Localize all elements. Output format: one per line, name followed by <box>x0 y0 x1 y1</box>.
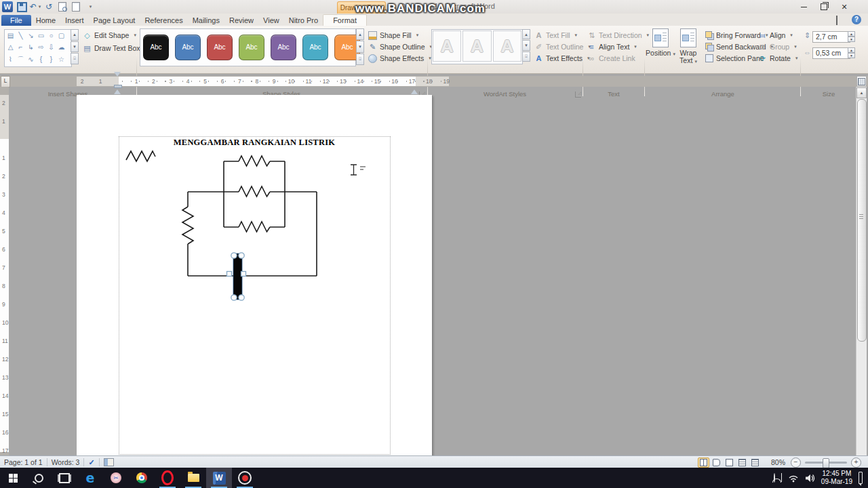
tab-page-layout[interactable]: Page Layout <box>89 15 140 26</box>
task-view-button[interactable] <box>52 468 77 488</box>
new-document-button[interactable] <box>71 1 81 12</box>
people-icon[interactable] <box>774 474 775 482</box>
resistor-symbol[interactable] <box>126 151 155 161</box>
shape-icon[interactable]: { <box>36 54 46 65</box>
full-screen-reading-view-button[interactable] <box>711 458 722 468</box>
shape-icon[interactable]: ⇨ <box>36 42 46 53</box>
tab-references[interactable]: References <box>140 15 187 26</box>
gallery-more-icon[interactable]: ⍗ <box>71 53 79 64</box>
wordart-style-item[interactable]: A <box>433 30 461 62</box>
circuit-outer-loop[interactable] <box>188 192 317 276</box>
chrome-taskbar-icon[interactable] <box>129 468 155 488</box>
shape-icon[interactable]: } <box>46 54 56 65</box>
shape-style-swatch[interactable]: Abc <box>302 35 328 60</box>
group-button[interactable]: ⧉ Group <box>758 41 797 52</box>
shape-icon[interactable]: ⇩ <box>46 42 56 53</box>
wordart-style-item[interactable]: A <box>462 30 491 62</box>
tab-selector-button[interactable]: L <box>1 76 10 87</box>
shape-icon[interactable]: ☆ <box>56 54 66 65</box>
position-button[interactable]: Position <box>648 28 673 57</box>
shape-gallery-grid[interactable]: ▤╲↘▭○▢△⌐↳⇨⇩☁⌇⌒∿{}☆ <box>4 29 72 67</box>
print-preview-button[interactable] <box>57 1 68 12</box>
ribbon-collapse-icon[interactable] <box>836 17 837 25</box>
tab-review[interactable]: Review <box>224 15 258 26</box>
align-text-button[interactable]: ≡ Align Text <box>587 41 637 52</box>
create-link-button[interactable]: ∞ Create Link <box>587 53 635 64</box>
scroll-up-arrow-icon[interactable]: ▲ <box>856 87 867 98</box>
wordart-dialog-launcher-icon[interactable]: ◿ <box>575 92 581 98</box>
resistor-symbol[interactable] <box>239 222 270 232</box>
shape-style-swatch[interactable]: Abc <box>239 35 264 60</box>
zoom-in-button[interactable]: + <box>851 458 861 468</box>
tab-mailings[interactable]: Mailings <box>188 15 224 26</box>
qat-customize-button[interactable] <box>84 1 95 12</box>
shape-width-input[interactable]: 0,53 cm <box>812 47 850 59</box>
shape-style-swatch[interactable]: Abc <box>175 35 201 60</box>
close-button[interactable]: ✕ <box>834 0 854 14</box>
outline-view-button[interactable] <box>736 458 748 468</box>
shape-icon[interactable]: ↳ <box>26 42 36 53</box>
word-app-icon[interactable]: W <box>2 1 13 12</box>
tray-expand-icon[interactable] <box>781 474 782 482</box>
shape-outline-button[interactable]: ✎ Shape Outline <box>368 41 432 52</box>
shape-icon[interactable]: ∿ <box>26 54 36 65</box>
shape-icon[interactable]: ↘ <box>26 30 36 41</box>
shape-icon[interactable]: ○ <box>46 30 56 41</box>
shape-fill-button[interactable]: Shape Fill <box>368 30 418 41</box>
resistor-symbol[interactable] <box>239 156 270 166</box>
rotate-button[interactable]: ⟳ Rotate <box>758 53 797 64</box>
edit-shape-button[interactable]: ◇ Edit Shape <box>83 30 136 41</box>
scroll-up-icon[interactable]: ▲ <box>71 29 79 41</box>
shape-style-swatch[interactable]: Abc <box>207 35 233 60</box>
resistor-symbol[interactable] <box>182 207 193 244</box>
selection-pane-button[interactable]: Selection Pane <box>705 53 764 64</box>
scroll-up-icon[interactable]: ▲ <box>356 28 364 40</box>
shape-icon[interactable]: △ <box>5 42 16 53</box>
wrap-text-button[interactable]: Wrap Text <box>675 28 702 64</box>
draw-text-box-button[interactable]: ▤ Draw Text Box <box>83 43 140 54</box>
action-center-icon[interactable] <box>859 474 863 482</box>
align-button[interactable]: ⫤ Align <box>758 30 793 41</box>
restore-button[interactable] <box>814 0 834 14</box>
shape-effects-button[interactable]: Shape Effects <box>368 53 431 64</box>
help-icon[interactable]: ? <box>852 15 861 24</box>
text-direction-button[interactable]: ⇅ Text Direction <box>587 30 649 41</box>
page-indicator[interactable]: Page: 1 of 1 <box>4 458 43 466</box>
scroll-down-icon[interactable]: ▼ <box>356 41 364 52</box>
file-explorer-taskbar-icon[interactable] <box>180 468 206 488</box>
tab-home[interactable]: Home <box>31 15 60 26</box>
opera-taskbar-icon[interactable] <box>155 468 180 488</box>
draft-view-button[interactable] <box>749 458 761 468</box>
undo-button[interactable]: ↶ <box>30 1 41 12</box>
shape-height-input[interactable]: 2,7 cm <box>812 31 850 43</box>
shape-icon[interactable]: ⌇ <box>5 54 16 65</box>
shape-icon[interactable]: ▢ <box>56 30 66 41</box>
resistor-symbol[interactable] <box>239 186 270 197</box>
word-taskbar-icon[interactable]: W <box>206 468 232 488</box>
taskbar-clock[interactable]: 12:45 PM 09-Mar-19 <box>821 470 852 486</box>
shape-icon[interactable]: ▭ <box>36 30 46 41</box>
view-ruler-toggle-button[interactable] <box>856 76 867 87</box>
proofing-icon[interactable]: ✓ <box>88 458 94 467</box>
scroll-down-icon[interactable]: ▼ <box>522 40 530 50</box>
gallery-more-icon[interactable]: ⍗ <box>356 54 364 65</box>
vertical-ruler[interactable]: 211234567891011121314151617 <box>0 87 9 455</box>
shape-icon[interactable]: ☁ <box>56 42 66 53</box>
tab-view[interactable]: View <box>258 15 284 26</box>
shape-style-swatch[interactable]: Abc <box>143 35 169 60</box>
circuit-inner-loop[interactable] <box>224 161 285 227</box>
left-indent-marker[interactable] <box>114 85 122 88</box>
volume-icon[interactable] <box>805 474 815 483</box>
zoom-out-button[interactable]: − <box>791 458 801 468</box>
edge-taskbar-icon[interactable]: e <box>77 468 103 488</box>
save-button[interactable] <box>16 1 27 12</box>
zoom-slider[interactable] <box>805 462 847 464</box>
redo-button[interactable]: ↺ <box>43 1 54 12</box>
macro-icon[interactable] <box>104 458 114 466</box>
tab-insert[interactable]: Insert <box>60 15 89 26</box>
horizontal-ruler[interactable]: 2112345678910111213141516171819 <box>0 76 868 87</box>
text-outline-button[interactable]: ✐ Text Outline <box>534 41 591 52</box>
zoom-level[interactable]: 80% <box>771 458 785 466</box>
bandicut-taskbar-icon[interactable]: ✂ <box>103 468 129 488</box>
tab-file[interactable]: File <box>1 15 31 26</box>
